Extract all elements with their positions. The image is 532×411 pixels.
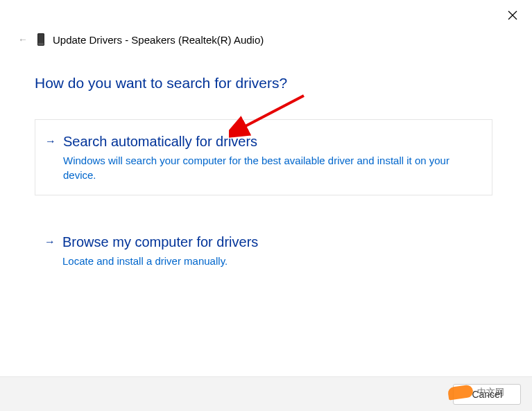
close-button[interactable]: [506, 8, 520, 22]
dialog-header: ← Update Drivers - Speakers (Realtek(R) …: [17, 33, 264, 46]
arrow-right-icon: →: [44, 236, 55, 248]
dialog-footer: Cancel: [0, 376, 532, 411]
arrow-right-icon: →: [45, 135, 56, 148]
option-browse-title: Browse my computer for drivers: [62, 233, 479, 251]
option-auto-title: Search automatically for drivers: [63, 132, 478, 150]
close-icon: [508, 10, 517, 20]
page-question: How do you want to search for drivers?: [35, 75, 287, 91]
option-browse-computer[interactable]: → Browse my computer for drivers Locate …: [35, 220, 492, 281]
back-arrow-icon[interactable]: ←: [17, 34, 29, 45]
option-search-automatically[interactable]: → Search automatically for drivers Windo…: [35, 119, 492, 195]
option-auto-description: Windows will search your computer for th…: [63, 153, 478, 182]
option-browse-description: Locate and install a driver manually.: [62, 254, 479, 268]
cancel-button[interactable]: Cancel: [453, 384, 521, 405]
dialog-title: Update Drivers - Speakers (Realtek(R) Au…: [53, 34, 264, 46]
speaker-device-icon: [37, 33, 44, 46]
